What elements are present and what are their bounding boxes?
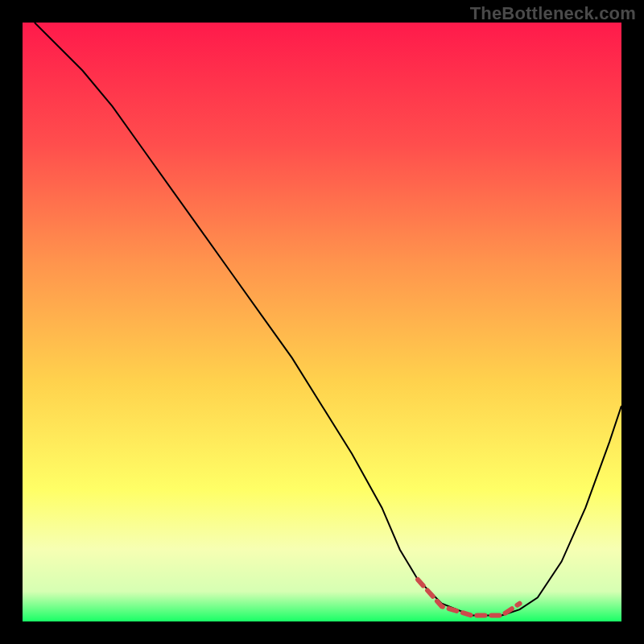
chart-svg xyxy=(23,23,621,621)
watermark-text: TheBottleneck.com xyxy=(470,3,636,24)
chart-background-gradient xyxy=(23,23,621,621)
chart-frame: TheBottleneck.com xyxy=(0,0,644,644)
chart-plot-area xyxy=(23,23,621,621)
